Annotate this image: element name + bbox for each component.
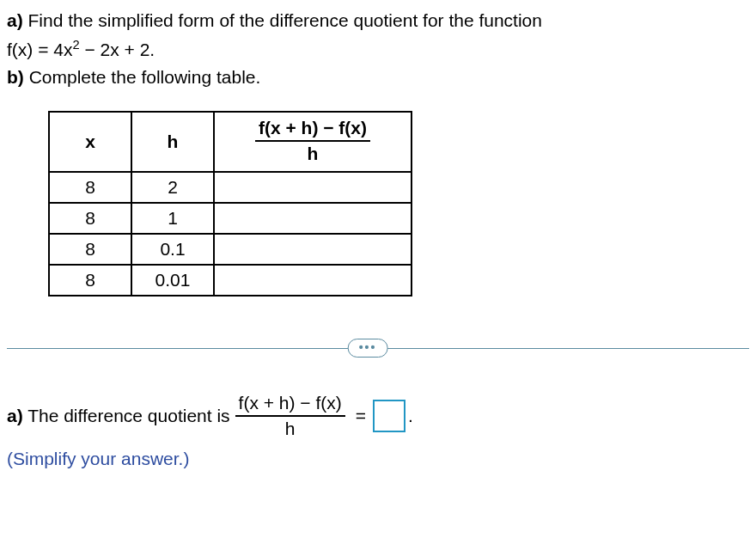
part-b-prompt: b) Complete the following table.: [7, 64, 749, 91]
cell-h: 0.1: [131, 234, 214, 265]
simplify-hint: (Simplify your answer.): [7, 449, 749, 469]
answer-fraction-den: h: [235, 417, 345, 439]
data-table-wrap: x h f(x + h) − f(x) h 8 2 8 1 8 0.1 8: [48, 111, 749, 297]
function-prefix: f(x) = 4x: [7, 40, 72, 59]
function-exponent: 2: [72, 38, 79, 52]
table-header-row: x h f(x + h) − f(x) h: [49, 112, 412, 172]
answer-fraction: f(x + h) − f(x) h: [235, 393, 345, 439]
table-row: 8 2: [49, 172, 412, 203]
cell-h: 2: [131, 172, 214, 203]
header-fraction-den: h: [255, 142, 370, 164]
cell-h: 0.01: [131, 265, 214, 296]
cell-q[interactable]: [214, 203, 412, 234]
col-header-x: x: [49, 112, 131, 172]
part-a-label: a): [7, 10, 23, 30]
col-header-h: h: [131, 112, 214, 172]
answer-fraction-num: f(x + h) − f(x): [235, 393, 345, 417]
cell-q[interactable]: [214, 234, 412, 265]
function-suffix: − 2x + 2.: [80, 40, 155, 59]
section-divider: •••: [7, 338, 749, 358]
cell-q[interactable]: [214, 172, 412, 203]
answer-text: The difference quotient is: [23, 406, 230, 425]
answer-fraction-wrap: f(x + h) − f(x) h: [235, 393, 345, 439]
answer-input[interactable]: [373, 400, 405, 432]
table-row: 8 1: [49, 203, 412, 234]
cell-q[interactable]: [214, 265, 412, 296]
part-a-prompt: a) Find the simplified form of the diffe…: [7, 7, 749, 34]
answer-period: .: [408, 406, 413, 426]
table-row: 8 0.1: [49, 234, 412, 265]
part-b-label: b): [7, 67, 24, 87]
data-table: x h f(x + h) − f(x) h 8 2 8 1 8 0.1 8: [48, 111, 412, 297]
answer-pre: a) The difference quotient is: [7, 406, 230, 426]
cell-x: 8: [49, 203, 131, 234]
cell-x: 8: [49, 172, 131, 203]
cell-h: 1: [131, 203, 214, 234]
function-definition: f(x) = 4x2 − 2x + 2.: [7, 38, 749, 60]
part-a-text: Find the simplified form of the differen…: [23, 10, 542, 30]
equals-sign: =: [356, 406, 366, 426]
cell-x: 8: [49, 265, 131, 296]
answer-line: a) The difference quotient is f(x + h) −…: [7, 393, 749, 439]
header-fraction: f(x + h) − f(x) h: [255, 118, 370, 164]
part-b-text: Complete the following table.: [24, 67, 261, 87]
header-fraction-num: f(x + h) − f(x): [255, 118, 370, 142]
answer-label: a): [7, 406, 23, 425]
table-row: 8 0.01: [49, 265, 412, 296]
col-header-quotient: f(x + h) − f(x) h: [214, 112, 412, 172]
cell-x: 8: [49, 234, 131, 265]
expand-button[interactable]: •••: [348, 339, 388, 358]
